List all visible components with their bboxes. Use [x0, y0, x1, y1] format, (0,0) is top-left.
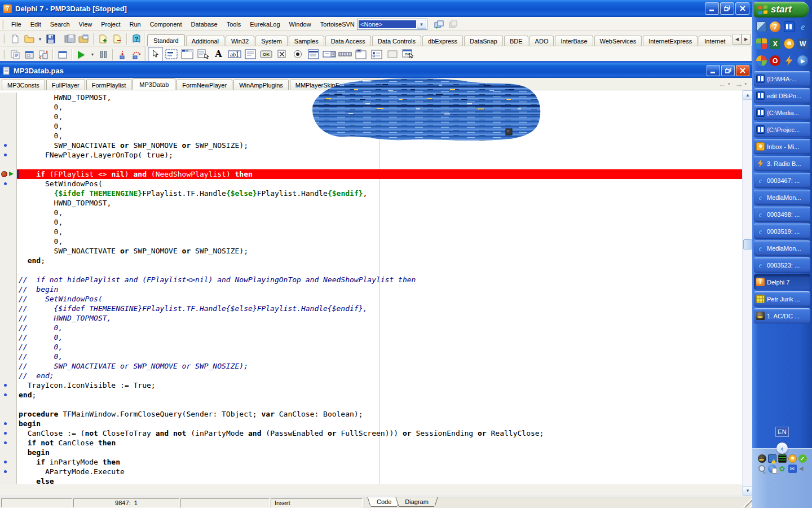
- menu-window[interactable]: Window: [285, 19, 316, 30]
- code-lines[interactable]: HWND_TOPMOST, 0, 0, 0, 0, SWP_NOACTIVATE…: [0, 90, 742, 484]
- quicklaunch-outlook-icon[interactable]: [784, 38, 795, 50]
- tray-magnifier-icon[interactable]: [758, 465, 766, 473]
- taskbar-button[interactable]: e0003467: ...: [754, 173, 810, 188]
- restore-button[interactable]: [720, 2, 734, 15]
- code-line[interactable]: 0,: [0, 227, 742, 237]
- code-text[interactable]: procedure TFMainWindow.FormCloseQuery(Se…: [17, 409, 742, 419]
- code-text[interactable]: end;: [17, 390, 742, 400]
- code-text[interactable]: 0,: [17, 227, 742, 237]
- code-text[interactable]: [17, 265, 742, 275]
- remove-file-button[interactable]: [111, 33, 124, 46]
- palette-tab-win32[interactable]: Win32: [226, 36, 254, 46]
- gutter[interactable]: [0, 237, 17, 246]
- palette-scroll-left-icon[interactable]: ◀: [732, 34, 742, 45]
- unit-tab-mp3datab[interactable]: MP3Datab: [133, 78, 175, 90]
- combo-dropdown-icon[interactable]: ▼: [417, 20, 426, 29]
- code-line[interactable]: // begin: [0, 284, 742, 294]
- menu-edit[interactable]: Edit: [26, 19, 46, 30]
- taskbar-button[interactable]: eMediaMon...: [754, 190, 810, 205]
- component-edit-icon[interactable]: ab: [227, 47, 242, 62]
- menu-tools[interactable]: Tools: [222, 19, 246, 30]
- taskbar-button[interactable]: Petr Jurik ...: [754, 291, 810, 306]
- gutter[interactable]: [0, 227, 17, 237]
- scroll-down-icon[interactable]: ▼: [743, 486, 753, 496]
- component-group-box-icon[interactable]: [353, 47, 368, 62]
- unit-tab-formnewplayer[interactable]: FormNewPlayer: [176, 80, 232, 90]
- toolbar-grip[interactable]: [3, 50, 5, 59]
- code-text[interactable]: // {$ifdef THEMEENGINE}FPlaylist.TF.Hand…: [17, 304, 742, 313]
- quicklaunch-show-desktop-icon[interactable]: [756, 21, 767, 33]
- component-main-menu-icon[interactable]: [179, 47, 195, 62]
- code-line[interactable]: if inPartyMode then: [0, 457, 742, 467]
- code-text[interactable]: // SetWindowPos(: [17, 294, 742, 304]
- code-line[interactable]: SWP_NOACTIVATE or SWP_NOMOVE or SWP_NOSI…: [0, 246, 742, 256]
- code-text[interactable]: // begin: [17, 284, 742, 294]
- gutter[interactable]: [0, 141, 17, 150]
- code-line[interactable]: begin: [0, 419, 742, 428]
- gutter[interactable]: [0, 419, 17, 428]
- menu-tortoisesvn[interactable]: TortoiseSVN: [316, 19, 359, 30]
- view-form-button[interactable]: [23, 48, 36, 61]
- taskbar-button[interactable]: 1. AC/DC ...: [754, 308, 810, 323]
- add-file-button[interactable]: [96, 33, 110, 46]
- quicklaunch-internet-explorer-icon[interactable]: e: [797, 21, 808, 33]
- quicklaunch-delphi-icon[interactable]: 7: [770, 21, 780, 33]
- code-line[interactable]: if not CanClose then: [0, 438, 742, 448]
- gutter[interactable]: [0, 476, 17, 484]
- language-indicator[interactable]: EN: [775, 427, 789, 437]
- tray-terminal-green-icon[interactable]: [778, 454, 787, 463]
- taskbar-button[interactable]: {C:\Media...: [754, 105, 810, 120]
- code-line[interactable]: // 0,: [0, 332, 742, 342]
- palette-tab-webservices[interactable]: WebServices: [594, 36, 642, 46]
- code-line[interactable]: 0,: [0, 237, 742, 246]
- taskbar-button[interactable]: e0003519: ...: [754, 224, 810, 239]
- code-line[interactable]: begin: [0, 448, 742, 457]
- code-text[interactable]: 0,: [17, 208, 742, 217]
- unit-tab-fullplayer[interactable]: FullPlayer: [46, 80, 85, 90]
- component-action-list-icon[interactable]: OK: [400, 47, 416, 62]
- code-text[interactable]: begin: [17, 448, 742, 457]
- component-radio-button-icon[interactable]: [290, 47, 305, 62]
- view-unit-button[interactable]: [8, 48, 22, 61]
- code-line[interactable]: {$ifdef THEMEENGINE}FPlaylist.TF.Handle{…: [0, 189, 742, 198]
- gutter[interactable]: [0, 409, 17, 419]
- code-line[interactable]: [0, 160, 742, 169]
- code-line[interactable]: FNewPlayer.LayerOnTop( true);: [0, 150, 742, 160]
- code-line[interactable]: CanClose := (not CloseToTray and not (in…: [0, 428, 742, 438]
- code-line[interactable]: // 0,: [0, 342, 742, 352]
- set-debug-desktop-button[interactable]: [447, 19, 459, 30]
- tray-green-check-icon[interactable]: ✓: [798, 454, 807, 463]
- quicklaunch-word-icon[interactable]: W: [797, 38, 808, 50]
- quicklaunch-total-commander-icon[interactable]: [784, 21, 795, 33]
- palette-tab-bde[interactable]: BDE: [504, 36, 528, 46]
- gutter[interactable]: [0, 217, 17, 227]
- gutter[interactable]: [0, 265, 17, 275]
- gutter[interactable]: [0, 275, 17, 284]
- component-label-icon[interactable]: A: [211, 47, 226, 62]
- component-combo-box-icon[interactable]: [321, 47, 337, 62]
- palette-tab-data-access[interactable]: Data Access: [325, 36, 371, 46]
- component-pointer[interactable]: [148, 47, 163, 62]
- gutter[interactable]: ✓: [0, 169, 17, 179]
- main-titlebar[interactable]: 7 Delphi 7 - PMP3Datab [Stopped]: [0, 0, 752, 17]
- gutter[interactable]: [0, 102, 17, 112]
- gutter[interactable]: [0, 371, 17, 380]
- component-popup-menu-icon[interactable]: [195, 47, 210, 62]
- open-button[interactable]: [23, 33, 36, 46]
- component-frames-icon[interactable]: [164, 47, 179, 62]
- code-text[interactable]: 0,: [17, 217, 742, 227]
- gutter[interactable]: [0, 438, 17, 448]
- palette-tab-samples[interactable]: Samples: [289, 36, 324, 46]
- component-memo-icon[interactable]: [242, 47, 258, 62]
- menu-project[interactable]: Project: [96, 19, 125, 30]
- menu-component[interactable]: Component: [145, 19, 187, 30]
- toolbar-grip[interactable]: [3, 34, 5, 43]
- save-button[interactable]: [44, 33, 58, 46]
- editor-close-button[interactable]: [736, 65, 749, 76]
- gutter[interactable]: [0, 352, 17, 361]
- taskbar-button[interactable]: e0003523: ...: [754, 257, 810, 273]
- code-text[interactable]: // end;: [17, 371, 742, 380]
- menu-run[interactable]: Run: [125, 19, 145, 30]
- unit-tab-winampplugins[interactable]: WinAmpPlugins: [233, 80, 289, 90]
- unit-tab-mp3consts[interactable]: MP3Consts: [2, 80, 45, 90]
